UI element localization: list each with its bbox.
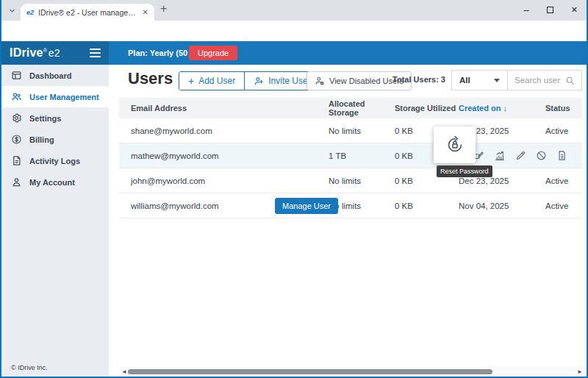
minimize-icon[interactable]: – [524, 4, 529, 15]
gear-icon [11, 113, 22, 124]
dollar-icon [11, 134, 22, 145]
scroll-right-icon[interactable]: ► [577, 368, 583, 375]
sidebar-item-user-management[interactable]: User Management [1, 86, 109, 107]
new-tab-button[interactable]: + [160, 2, 167, 15]
users-table: Email Address Allocated Storage Storage … [119, 98, 582, 218]
copyright: © IDrive Inc. [11, 364, 48, 371]
reset-password-tooltip: Reset Password [437, 165, 492, 177]
maximize-icon[interactable] [547, 7, 553, 13]
table-row[interactable]: mathew@myworld.com 1 TB 0 KB [119, 143, 582, 168]
person-disabled-icon [315, 76, 325, 86]
cell-email: mathew@myworld.com [119, 151, 329, 160]
total-users-label: Total Users: 3 [378, 75, 445, 84]
window-controls: – ✕ [524, 1, 578, 18]
table-row[interactable]: shane@myworld.com No limits 0 KB Dec 23,… [119, 118, 582, 143]
sidebar-item-dashboard[interactable]: Dashboard [1, 65, 109, 86]
cell-allocated: 1 TB [329, 151, 395, 160]
logs-file-icon[interactable] [556, 150, 567, 161]
filter-search-box: All [451, 70, 582, 90]
favicon: e2 [26, 9, 34, 16]
browser-window: e2 IDrive® e2 - User management ✕ + – ✕ … [0, 0, 588, 378]
disable-user-icon[interactable] [536, 150, 547, 161]
browser-tab[interactable]: e2 IDrive® e2 - User management ✕ [21, 4, 154, 21]
cell-status: Active [545, 176, 582, 185]
col-email[interactable]: Email Address [119, 104, 329, 113]
browser-toolbar: ← → console.idrivee2.com/reseller-user-m… [1, 21, 587, 41]
page-title: Users [128, 69, 173, 88]
manage-user-button[interactable]: Manage User [275, 198, 338, 214]
cell-allocated: No limits [329, 176, 395, 185]
filter-dropdown[interactable]: All [452, 71, 508, 90]
search-input[interactable] [514, 76, 561, 85]
search-icon[interactable] [565, 76, 575, 85]
col-utilized[interactable]: Storage Utilized [395, 104, 459, 113]
sidebar-item-activity-logs[interactable]: Activity Logs [1, 150, 109, 171]
scroll-left-icon[interactable]: ◄ [121, 368, 127, 375]
sidebar-item-my-account[interactable]: My Account [1, 171, 109, 193]
table-row[interactable]: john@myworld.com No limits 0 KB Dec 23, … [119, 168, 582, 193]
reset-password-icon [445, 135, 465, 154]
cell-created: Nov 04, 2025 [459, 202, 545, 210]
scrollbar-thumb[interactable] [128, 369, 492, 374]
tab-title: IDrive® e2 - User management [38, 8, 138, 17]
user-actions-group: + Add User Invite Users [179, 71, 325, 90]
sidebar-item-settings[interactable]: Settings [1, 107, 109, 129]
sidebar: Dashboard User Management Settings Billi… [1, 65, 109, 377]
menu-icon[interactable] [90, 49, 101, 57]
app-header: IDrive®e2 Plan: Yearly (50 TB) Upgrade E… [1, 41, 587, 65]
reset-password-hover-card[interactable] [434, 126, 476, 163]
logo: IDrive®e2 [10, 46, 60, 60]
cell-status: Active [545, 202, 582, 210]
tab-strip: e2 IDrive® e2 - User management ✕ + – ✕ [1, 0, 587, 21]
col-allocated[interactable]: Allocated Storage [329, 99, 395, 117]
window-close-icon[interactable]: ✕ [571, 5, 578, 15]
search-field [508, 71, 581, 90]
cell-email: shane@myworld.com [119, 126, 329, 135]
cell-allocated: No limits [329, 126, 395, 135]
row-action-icons [473, 143, 567, 168]
upgrade-button[interactable]: Upgrade [189, 46, 237, 60]
tab-close-icon[interactable]: ✕ [143, 8, 148, 16]
add-user-button[interactable]: + Add User [179, 72, 244, 90]
cell-email: john@myworld.com [119, 176, 329, 185]
col-status[interactable]: Status [545, 104, 582, 113]
plus-icon: + [188, 76, 194, 85]
activity-log-icon [11, 155, 22, 166]
cell-utilized: 0 KB [395, 176, 459, 185]
sort-down-icon: ↓ [503, 104, 507, 113]
table-header: Email Address Allocated Storage Storage … [119, 98, 582, 118]
sidebar-item-billing[interactable]: Billing [1, 129, 109, 150]
statistics-icon[interactable] [494, 150, 506, 162]
chevron-down-icon [494, 79, 500, 82]
logo-zone: IDrive®e2 [1, 41, 109, 65]
main-content: Users + Add User Invite Users View Disab… [109, 65, 587, 377]
person-plus-icon [254, 76, 264, 86]
edit-pencil-icon[interactable] [515, 150, 526, 161]
dashboard-icon [11, 70, 22, 81]
cell-utilized: 0 KB [395, 202, 459, 210]
cell-status: Active [545, 126, 582, 135]
person-icon [11, 176, 22, 188]
tab-search-chevron-icon[interactable] [7, 5, 18, 16]
cell-allocated: No limits [329, 202, 395, 210]
users-icon [11, 91, 22, 102]
col-created-on[interactable]: Created on↓ [459, 104, 545, 113]
table-row[interactable]: williams@myworld.com No limits 0 KB Nov … [119, 193, 582, 218]
cell-created: Dec 23, 2025 [459, 176, 545, 185]
